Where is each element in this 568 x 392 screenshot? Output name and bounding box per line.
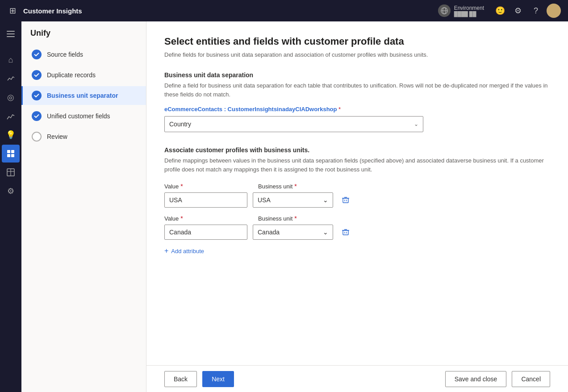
delete-row-2-button[interactable] [338, 225, 353, 239]
top-navigation: ⊞ Customer Insights Environment ████ ██ … [0, 0, 568, 21]
settings-icon[interactable]: ⚙ [511, 4, 525, 18]
business-unit-section-title: Business unit data separation [164, 71, 550, 79]
country-dropdown-value: Country [169, 121, 191, 128]
bu-dropdown-2[interactable]: Canada ⌄ [253, 225, 333, 240]
svg-rect-4 [7, 33, 15, 34]
footer: Back Next Save and close Cancel [146, 365, 568, 392]
content-scroll: Select entities and fields with customer… [146, 21, 568, 365]
user-avatar[interactable] [547, 4, 561, 18]
bu-dropdown-1-arrow: ⌄ [323, 196, 328, 204]
app-title: Customer Insights [23, 7, 438, 15]
step-label-business-unit-separator: Business unit separator [47, 92, 118, 99]
footer-left: Back Next [164, 371, 234, 387]
rail-bulb-icon[interactable]: 💡 [2, 126, 20, 144]
step-label-source-fields: Source fields [47, 51, 83, 58]
business-unit-section-desc: Define a field for business unit data se… [164, 81, 550, 99]
environment-selector[interactable]: Environment ████ ██ [438, 4, 484, 17]
value-req-2: * [179, 215, 183, 222]
steps-list: Source fields Duplicate records Business… [21, 45, 146, 146]
svg-rect-18 [343, 230, 348, 235]
step-label-duplicate-records: Duplicate records [47, 71, 96, 79]
sidebar: Unify Source fields Duplicate records [21, 21, 146, 392]
step-circle-review [32, 132, 42, 142]
environment-icon [438, 4, 451, 17]
svg-rect-8 [7, 154, 10, 157]
topnav-right-area: Environment ████ ██ 🙂 ⚙ ? [438, 4, 561, 18]
content-area: Select entities and fields with customer… [146, 21, 568, 392]
bu-label-2: Business unit * [258, 215, 338, 222]
step-label-review: Review [47, 133, 67, 140]
save-close-button[interactable]: Save and close [445, 371, 507, 387]
delete-row-1-button[interactable] [338, 193, 353, 207]
bu-dropdown-1-value: USA [258, 196, 271, 204]
country-dropdown-arrow: ⌄ [414, 121, 418, 127]
bu-req-1: * [292, 183, 297, 190]
rail-chart-icon[interactable] [2, 107, 20, 125]
associate-section: Associate customer profiles with busines… [164, 146, 550, 255]
step-circle-business-unit-separator [32, 91, 42, 100]
bu-dropdown-2-arrow: ⌄ [323, 229, 328, 236]
value-input-2[interactable] [164, 225, 247, 240]
next-button[interactable]: Next [202, 371, 234, 387]
left-rail: ⌂ ◎ 💡 ⚙ [0, 21, 21, 392]
bu-dropdown-1[interactable]: USA ⌄ [253, 192, 333, 208]
svg-rect-7 [11, 150, 14, 153]
rail-target-icon[interactable]: ◎ [2, 88, 20, 106]
field-row-2: Canada ⌄ [164, 225, 550, 240]
step-review[interactable]: Review [21, 127, 146, 146]
step-label-unified-customer-fields: Unified customer fields [47, 113, 110, 120]
sidebar-title: Unify [21, 29, 146, 45]
country-dropdown[interactable]: Country ⌄ [164, 116, 423, 132]
back-button[interactable]: Back [164, 371, 197, 387]
cancel-button[interactable]: Cancel [512, 371, 550, 387]
business-unit-section: Business unit data separation Define a f… [164, 71, 550, 132]
grid-menu-icon[interactable]: ⊞ [7, 5, 18, 16]
step-circle-source-fields [32, 50, 42, 59]
field-row-1: USA ⌄ [164, 192, 550, 208]
step-duplicate-records[interactable]: Duplicate records [21, 66, 146, 84]
main-layout: ⌂ ◎ 💡 ⚙ [0, 21, 568, 392]
field-row-labels-2: Value * Business unit * [164, 215, 550, 222]
svg-rect-6 [7, 150, 10, 153]
bu-req-2: * [292, 215, 297, 222]
rail-segments-icon[interactable] [2, 145, 20, 163]
page-subtitle: Define fields for business unit data sep… [164, 51, 550, 59]
entity-label: eCommerceContacts : CustomerInsightsinad… [164, 106, 550, 113]
step-circle-unified-customer-fields [32, 111, 42, 121]
svg-rect-13 [343, 198, 348, 203]
help-icon[interactable]: ? [529, 4, 543, 18]
step-unified-customer-fields[interactable]: Unified customer fields [21, 107, 146, 125]
field-row-labels-1: Value * Business unit * [164, 183, 550, 190]
rail-settings-icon[interactable]: ⚙ [2, 182, 20, 200]
rail-home-icon[interactable]: ⌂ [2, 51, 20, 69]
step-source-fields[interactable]: Source fields [21, 45, 146, 64]
bu-dropdown-2-value: Canada [258, 229, 280, 236]
svg-rect-5 [7, 36, 15, 37]
rail-analytics-icon[interactable] [2, 70, 20, 88]
required-star-entity: * [337, 106, 341, 113]
entity-name-text: eCommerceContacts : CustomerInsightsinad… [164, 106, 337, 113]
rail-table-icon[interactable] [2, 163, 20, 181]
page-title: Select entities and fields with customer… [164, 36, 550, 47]
step-business-unit-separator[interactable]: Business unit separator [21, 86, 146, 105]
add-attribute-label: Add attribute [171, 248, 204, 254]
svg-rect-9 [11, 154, 14, 157]
value-req-1: * [179, 183, 183, 190]
value-label-1: Value * [164, 183, 247, 190]
add-icon: + [164, 247, 168, 255]
value-label-2: Value * [164, 215, 247, 222]
bu-label-1: Business unit * [258, 183, 338, 190]
step-circle-duplicate-records [32, 70, 42, 80]
add-attribute-button[interactable]: + Add attribute [164, 247, 204, 255]
environment-text: Environment ████ ██ [454, 5, 484, 17]
footer-right: Save and close Cancel [445, 371, 550, 387]
svg-rect-3 [7, 31, 15, 32]
smiley-icon[interactable]: 🙂 [493, 4, 507, 18]
rail-menu-icon[interactable] [2, 25, 20, 43]
assoc-title: Associate customer profiles with busines… [164, 146, 550, 154]
assoc-desc: Define mappings between values in the bu… [164, 156, 550, 174]
value-input-1[interactable] [164, 192, 247, 208]
